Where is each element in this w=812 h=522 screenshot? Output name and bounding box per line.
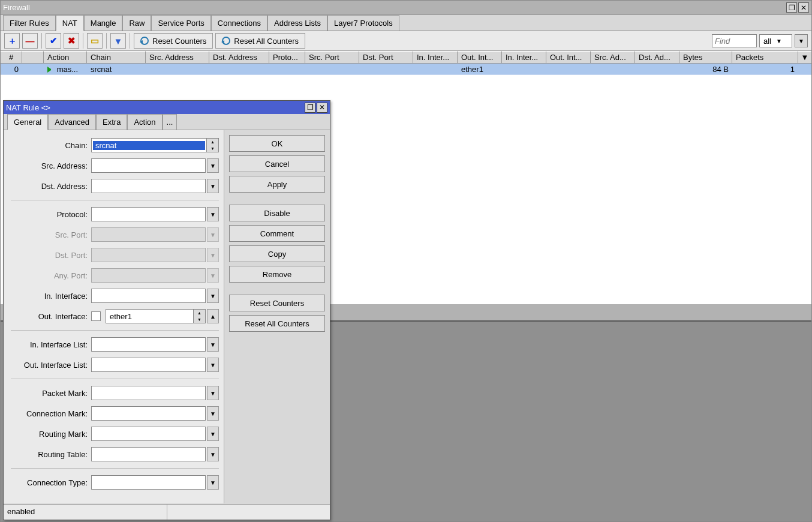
- dst-port-label: Dst. Port:: [4, 251, 91, 260]
- packet-mark-select[interactable]: [91, 386, 206, 400]
- tab-action[interactable]: Action: [127, 114, 162, 130]
- tab-extra[interactable]: Extra: [96, 114, 127, 130]
- expand-button[interactable]: ▼: [207, 337, 219, 352]
- dst-address-input[interactable]: [91, 179, 206, 193]
- close-icon[interactable]: ✕: [798, 2, 809, 13]
- expand-button: ▼: [207, 248, 219, 262]
- col-bytes[interactable]: Bytes: [679, 51, 732, 63]
- connection-type-label: Connection Type:: [4, 478, 91, 487]
- tab-service-ports[interactable]: Service Ports: [151, 15, 210, 31]
- out-interface-select[interactable]: ether1 ▲▼: [106, 309, 206, 323]
- collapse-button[interactable]: ▲: [207, 309, 219, 323]
- close-icon[interactable]: ✕: [317, 103, 327, 113]
- chain-select[interactable]: srcnat ▲▼: [91, 138, 219, 152]
- reset-all-counters-button[interactable]: Reset All Counters: [229, 315, 325, 332]
- comment-button[interactable]: Comment: [229, 225, 325, 242]
- tab-filter-rules[interactable]: Filter Rules: [3, 15, 56, 31]
- in-interface-select[interactable]: [91, 289, 206, 303]
- separator: [83, 33, 83, 49]
- col-dst-address-list[interactable]: Dst. Ad...: [635, 51, 679, 63]
- col-dst-port[interactable]: Dst. Port: [359, 51, 413, 63]
- filter-button[interactable]: ▼: [110, 33, 126, 49]
- table-header: # Action Chain Src. Address Dst. Address…: [1, 51, 811, 64]
- columns-dropdown-button[interactable]: ▼: [798, 51, 811, 63]
- enable-button[interactable]: ✔: [46, 33, 61, 49]
- separator: [130, 33, 130, 49]
- chain-value: srcnat: [93, 141, 205, 150]
- reset-counters-button[interactable]: Reset Counters: [229, 295, 325, 311]
- protocol-select[interactable]: [91, 207, 206, 221]
- src-port-input: [91, 227, 206, 242]
- reset-counters-label: Reset Counters: [152, 37, 206, 46]
- expand-button[interactable]: ▼: [207, 179, 219, 193]
- expand-button: ▼: [207, 227, 219, 242]
- expand-button[interactable]: ▼: [207, 289, 219, 303]
- copy-button[interactable]: Copy: [229, 245, 325, 262]
- out-interface-list-select[interactable]: [91, 358, 206, 372]
- tab-more[interactable]: ...: [163, 114, 178, 130]
- disable-button[interactable]: ✖: [64, 33, 79, 49]
- col-num[interactable]: #: [1, 51, 22, 63]
- tab-raw[interactable]: Raw: [122, 15, 151, 31]
- col-chain[interactable]: Chain: [87, 51, 146, 63]
- col-out-interface-list[interactable]: Out. Int...: [546, 51, 591, 63]
- add-button[interactable]: ＋: [4, 33, 20, 49]
- reset-counters-button[interactable]: Reset Counters: [134, 33, 213, 49]
- tab-layer7-protocols[interactable]: Layer7 Protocols: [327, 15, 399, 31]
- spinner-icon[interactable]: ▲▼: [206, 139, 218, 152]
- table-row[interactable]: 0 mas... srcnat ether1 84 B 1: [1, 64, 811, 75]
- in-interface-list-select[interactable]: [91, 337, 206, 352]
- col-protocol[interactable]: Proto...: [269, 51, 305, 63]
- connection-mark-select[interactable]: [91, 406, 206, 421]
- restore-icon[interactable]: ❐: [305, 103, 315, 113]
- dialog-titlebar[interactable]: NAT Rule <> ❐ ✕: [4, 101, 330, 114]
- col-src-address[interactable]: Src. Address: [146, 51, 209, 63]
- routing-mark-select[interactable]: [91, 427, 206, 441]
- col-dst-address[interactable]: Dst. Address: [209, 51, 269, 63]
- ok-button[interactable]: OK: [229, 135, 325, 152]
- expand-button[interactable]: ▼: [207, 406, 219, 421]
- col-packets[interactable]: Packets: [732, 51, 798, 63]
- col-src-port[interactable]: Src. Port: [305, 51, 359, 63]
- tab-advanced[interactable]: Advanced: [48, 114, 96, 130]
- dialog-buttons: OK Cancel Apply Disable Comment Copy Rem…: [224, 130, 330, 503]
- expand-button[interactable]: ▼: [207, 447, 219, 461]
- restore-icon[interactable]: ❐: [786, 2, 797, 13]
- tab-nat[interactable]: NAT: [56, 15, 84, 31]
- routing-table-select[interactable]: [91, 447, 206, 461]
- connection-mark-label: Connection Mark:: [4, 409, 91, 418]
- spinner-icon[interactable]: ▲▼: [193, 310, 205, 323]
- col-action[interactable]: Action: [44, 51, 87, 63]
- expand-button[interactable]: ▼: [207, 207, 219, 221]
- expand-button[interactable]: ▼: [207, 475, 219, 490]
- tab-mangle[interactable]: Mangle: [84, 15, 123, 31]
- expand-button[interactable]: ▼: [207, 386, 219, 400]
- columns-menu-button[interactable]: ▼: [795, 34, 808, 47]
- invert-checkbox[interactable]: [91, 311, 101, 321]
- comment-button[interactable]: ▭: [87, 33, 103, 49]
- col-out-interface[interactable]: Out. Int...: [458, 51, 502, 63]
- src-address-input[interactable]: [91, 158, 206, 173]
- col-flag[interactable]: [22, 51, 44, 63]
- expand-button[interactable]: ▼: [207, 427, 219, 441]
- col-in-interface[interactable]: In. Inter...: [413, 51, 458, 63]
- find-input[interactable]: [712, 34, 757, 47]
- tab-general[interactable]: General: [7, 114, 48, 130]
- tab-connections[interactable]: Connections: [211, 15, 267, 31]
- apply-button[interactable]: Apply: [229, 176, 325, 193]
- dialog-tabs: General Advanced Extra Action ...: [4, 114, 330, 130]
- remove-button[interactable]: —: [22, 33, 38, 49]
- connection-type-select[interactable]: [91, 475, 206, 490]
- filter-scope-select[interactable]: all ▼: [759, 34, 792, 47]
- expand-button[interactable]: ▼: [207, 358, 219, 372]
- expand-button[interactable]: ▼: [207, 158, 219, 173]
- out-interface-list-label: Out. Interface List:: [4, 361, 91, 370]
- col-src-address-list[interactable]: Src. Ad...: [591, 51, 635, 63]
- cancel-button[interactable]: Cancel: [229, 155, 325, 172]
- col-in-interface-list[interactable]: In. Inter...: [502, 51, 546, 63]
- remove-button[interactable]: Remove: [229, 266, 325, 283]
- tab-address-lists[interactable]: Address Lists: [267, 15, 327, 31]
- disable-button[interactable]: Disable: [229, 205, 325, 221]
- src-port-label: Src. Port:: [4, 230, 91, 239]
- reset-all-counters-button[interactable]: Reset All Counters: [215, 33, 305, 49]
